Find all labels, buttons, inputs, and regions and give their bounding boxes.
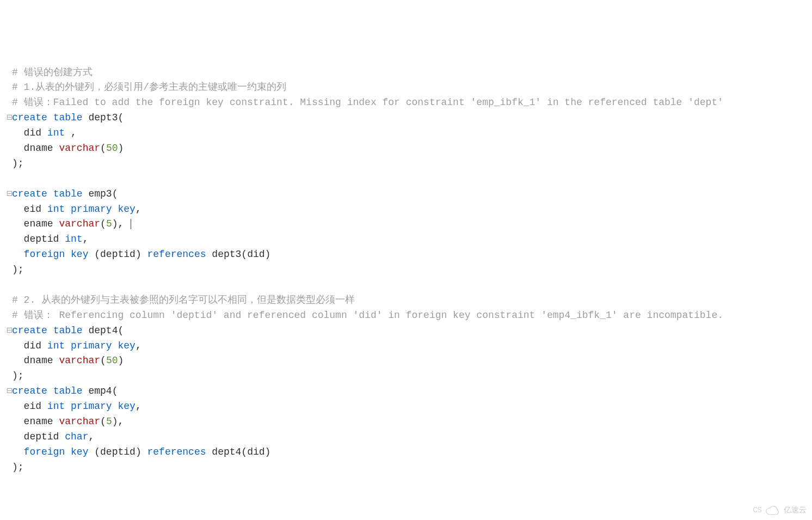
code-line[interactable]: # 错误的创建方式 xyxy=(7,65,805,81)
token-kw: table xyxy=(53,188,83,199)
fold-gutter xyxy=(7,172,12,187)
token-kw: table xyxy=(53,112,83,123)
code-line[interactable]: eid int primary key, xyxy=(7,202,805,217)
code-line[interactable]: ⊟create table dept3( xyxy=(7,111,805,126)
token-kw: int xyxy=(47,340,65,351)
fold-gutter xyxy=(7,156,12,172)
token-kw: key xyxy=(118,401,135,412)
code-line[interactable]: ); xyxy=(7,156,805,172)
token-pn xyxy=(65,340,71,351)
token-pn: , xyxy=(136,401,142,412)
code-line[interactable]: deptid char, xyxy=(7,430,805,445)
token-pn xyxy=(12,401,24,412)
token-pn xyxy=(12,218,24,229)
token-pn xyxy=(47,386,53,396)
fold-gutter xyxy=(7,141,12,156)
token-pn xyxy=(47,112,53,123)
token-kw: int xyxy=(47,401,65,412)
code-line[interactable]: dname varchar(50) xyxy=(7,353,805,369)
token-pn: ) xyxy=(136,249,147,260)
code-line[interactable]: # 错误：Failed to add the foreign key const… xyxy=(7,95,805,111)
code-line[interactable]: eid int primary key, xyxy=(7,399,805,414)
token-id: ename xyxy=(24,218,53,229)
token-pn: ( xyxy=(112,188,118,199)
token-pn xyxy=(47,325,53,336)
fold-toggle-icon[interactable]: ⊟ xyxy=(7,323,12,339)
code-line[interactable]: did int primary key, xyxy=(7,339,805,354)
token-pn: ); xyxy=(12,370,24,381)
code-line[interactable] xyxy=(7,278,805,293)
code-line[interactable]: ⊟create table emp4( xyxy=(7,384,805,399)
code-line[interactable]: dname varchar(50) xyxy=(7,141,805,156)
token-pn: ( xyxy=(88,249,100,260)
token-kw: table xyxy=(53,386,83,396)
token-fn: varchar xyxy=(59,218,100,229)
token-pn xyxy=(65,249,71,260)
token-pn xyxy=(59,431,65,442)
code-line[interactable]: # 1.从表的外键列，必须引用/参考主表的主键或唯一约束的列 xyxy=(7,80,805,95)
token-cmt: # 错误： Referencing column 'deptid' and re… xyxy=(12,310,723,321)
token-fn: varchar xyxy=(59,143,100,154)
token-pn: ( xyxy=(241,249,247,260)
code-line[interactable]: ename varchar(5), xyxy=(7,414,805,430)
fold-toggle-icon[interactable]: ⊟ xyxy=(7,111,12,126)
token-kw: int xyxy=(47,127,65,138)
fold-gutter xyxy=(7,369,12,384)
code-line[interactable]: ⊟create table dept4( xyxy=(7,323,805,339)
token-kw: primary xyxy=(71,340,112,351)
token-kw: primary xyxy=(71,204,112,215)
token-pn: ( xyxy=(100,143,106,154)
token-pn xyxy=(112,340,118,351)
code-line[interactable]: did int , xyxy=(7,126,805,141)
token-pn: ) xyxy=(265,249,271,260)
token-pn xyxy=(65,446,71,457)
token-num: 50 xyxy=(106,143,118,154)
token-pn xyxy=(83,112,89,123)
token-pn: ), xyxy=(112,218,124,229)
token-pn: ); xyxy=(12,158,24,169)
token-pn xyxy=(41,127,47,138)
fold-gutter xyxy=(7,65,12,81)
token-kw: key xyxy=(71,446,88,457)
fold-gutter xyxy=(7,262,12,278)
code-line[interactable]: # 2. 从表的外键列与主表被参照的列名字可以不相同，但是数据类型必须一样 xyxy=(7,293,805,308)
code-line[interactable]: ); xyxy=(7,262,805,278)
token-pn: ( xyxy=(118,112,124,123)
token-id: eid xyxy=(24,204,41,215)
token-pn xyxy=(12,416,24,427)
token-pn: ( xyxy=(100,218,106,229)
token-pn xyxy=(47,188,53,199)
token-id: deptid xyxy=(100,446,136,457)
token-pn xyxy=(12,355,24,366)
token-id: did xyxy=(24,127,41,138)
token-id: deptid xyxy=(24,431,59,442)
fold-gutter xyxy=(7,414,12,430)
code-editor[interactable]: # 错误的创建方式 # 1.从表的外键列，必须引用/参考主表的主键或唯一约束的列… xyxy=(7,65,805,475)
token-pn xyxy=(41,340,47,351)
token-pn xyxy=(65,204,71,215)
fold-gutter xyxy=(7,353,12,369)
token-id: eid xyxy=(24,401,41,412)
fold-toggle-icon[interactable]: ⊟ xyxy=(7,187,12,202)
token-kw: create xyxy=(12,386,47,396)
code-line[interactable]: foreign key (deptid) references dept3(di… xyxy=(7,247,805,262)
code-line[interactable]: ⊟create table emp3( xyxy=(7,187,805,202)
token-pn xyxy=(112,204,118,215)
token-pn xyxy=(41,401,47,412)
code-line[interactable]: ); xyxy=(7,369,805,384)
code-line[interactable]: foreign key (deptid) references dept4(di… xyxy=(7,445,805,460)
token-pn xyxy=(12,446,24,457)
fold-gutter xyxy=(7,217,12,232)
code-line[interactable]: # 错误： Referencing column 'deptid' and re… xyxy=(7,308,805,323)
code-line[interactable] xyxy=(7,172,805,187)
fold-toggle-icon[interactable]: ⊟ xyxy=(7,384,12,399)
token-cmt: # 2. 从表的外键列与主表被参照的列名字可以不相同，但是数据类型必须一样 xyxy=(12,295,355,305)
watermark-yisu: 亿速云 xyxy=(765,505,807,517)
token-id: dept4 xyxy=(88,325,118,336)
code-line[interactable]: ename varchar(5), xyxy=(7,217,805,232)
token-pn xyxy=(41,204,47,215)
token-pn: , xyxy=(136,340,142,351)
code-line[interactable]: ); xyxy=(7,460,805,475)
fold-gutter xyxy=(7,232,12,247)
code-line[interactable]: deptid int, xyxy=(7,232,805,247)
